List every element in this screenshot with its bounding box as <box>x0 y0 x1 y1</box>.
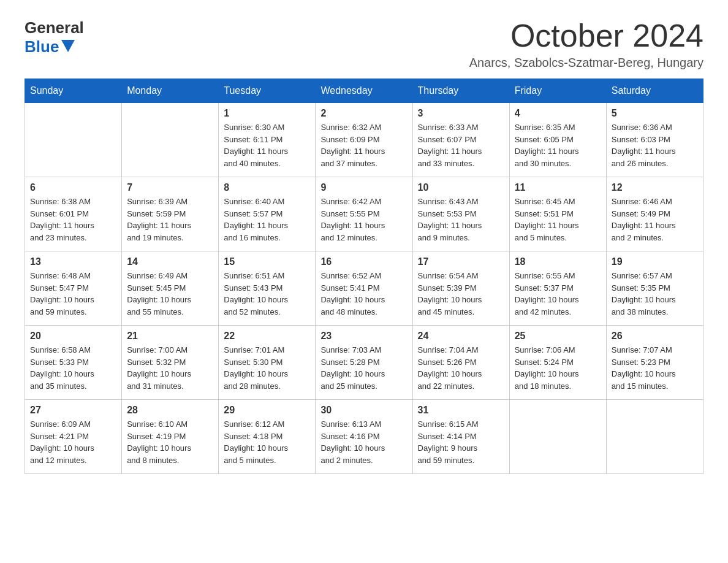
table-row: 2Sunrise: 6:32 AMSunset: 6:09 PMDaylight… <box>316 103 412 177</box>
day-number: 26 <box>612 331 698 342</box>
col-tuesday: Tuesday <box>219 79 316 103</box>
day-number: 25 <box>515 331 601 342</box>
logo: General Blue <box>25 18 84 56</box>
col-wednesday: Wednesday <box>316 79 412 103</box>
table-row <box>509 400 606 474</box>
day-info: Sunrise: 6:49 AMSunset: 5:45 PMDaylight:… <box>127 270 213 318</box>
day-number: 12 <box>612 182 698 193</box>
table-row: 29Sunrise: 6:12 AMSunset: 4:18 PMDayligh… <box>219 400 316 474</box>
table-row: 17Sunrise: 6:54 AMSunset: 5:39 PMDayligh… <box>412 251 509 326</box>
table-row: 7Sunrise: 6:39 AMSunset: 5:59 PMDaylight… <box>122 177 219 251</box>
day-info: Sunrise: 7:06 AMSunset: 5:24 PMDaylight:… <box>515 344 601 392</box>
location-subtitle: Anarcs, Szabolcs-Szatmar-Bereg, Hungary <box>469 56 703 70</box>
table-row: 14Sunrise: 6:49 AMSunset: 5:45 PMDayligh… <box>122 251 219 326</box>
table-row: 8Sunrise: 6:40 AMSunset: 5:57 PMDaylight… <box>219 177 316 251</box>
logo-general-text: General <box>25 18 84 37</box>
col-thursday: Thursday <box>412 79 509 103</box>
calendar-week-1: 1Sunrise: 6:30 AMSunset: 6:11 PMDaylight… <box>25 103 703 177</box>
day-number: 22 <box>224 331 310 342</box>
day-info: Sunrise: 6:46 AMSunset: 5:49 PMDaylight:… <box>612 196 698 243</box>
table-row: 9Sunrise: 6:42 AMSunset: 5:55 PMDaylight… <box>316 177 412 251</box>
col-monday: Monday <box>122 79 219 103</box>
day-number: 7 <box>127 182 213 193</box>
table-row: 30Sunrise: 6:13 AMSunset: 4:16 PMDayligh… <box>316 400 412 474</box>
calendar-header-row: Sunday Monday Tuesday Wednesday Thursday… <box>25 79 703 103</box>
day-number: 9 <box>320 182 407 193</box>
day-info: Sunrise: 6:57 AMSunset: 5:35 PMDaylight:… <box>612 270 698 318</box>
day-number: 17 <box>418 256 504 267</box>
day-info: Sunrise: 6:09 AMSunset: 4:21 PMDaylight:… <box>30 418 116 466</box>
day-number: 2 <box>320 108 407 119</box>
day-info: Sunrise: 7:01 AMSunset: 5:30 PMDaylight:… <box>224 344 310 392</box>
day-info: Sunrise: 6:43 AMSunset: 5:53 PMDaylight:… <box>418 196 504 243</box>
logo-blue-text: Blue <box>25 37 59 56</box>
col-sunday: Sunday <box>25 79 122 103</box>
day-info: Sunrise: 6:39 AMSunset: 5:59 PMDaylight:… <box>127 196 213 243</box>
page-header: General Blue October 2024 Anarcs, Szabol… <box>25 18 703 70</box>
day-number: 16 <box>320 256 407 267</box>
day-info: Sunrise: 6:51 AMSunset: 5:43 PMDaylight:… <box>224 270 310 318</box>
day-info: Sunrise: 6:52 AMSunset: 5:41 PMDaylight:… <box>320 270 407 318</box>
table-row: 6Sunrise: 6:38 AMSunset: 6:01 PMDaylight… <box>25 177 122 251</box>
day-number: 27 <box>30 405 116 416</box>
month-title: October 2024 <box>469 18 703 53</box>
day-info: Sunrise: 6:42 AMSunset: 5:55 PMDaylight:… <box>320 196 407 243</box>
day-number: 8 <box>224 182 310 193</box>
day-info: Sunrise: 6:30 AMSunset: 6:11 PMDaylight:… <box>224 121 310 169</box>
col-friday: Friday <box>509 79 606 103</box>
table-row: 3Sunrise: 6:33 AMSunset: 6:07 PMDaylight… <box>412 103 509 177</box>
table-row: 1Sunrise: 6:30 AMSunset: 6:11 PMDaylight… <box>219 103 316 177</box>
table-row <box>122 103 219 177</box>
day-number: 28 <box>127 405 213 416</box>
title-area: October 2024 Anarcs, Szabolcs-Szatmar-Be… <box>469 18 703 70</box>
day-info: Sunrise: 6:48 AMSunset: 5:47 PMDaylight:… <box>30 270 116 318</box>
table-row: 24Sunrise: 7:04 AMSunset: 5:26 PMDayligh… <box>412 326 509 400</box>
table-row: 12Sunrise: 6:46 AMSunset: 5:49 PMDayligh… <box>606 177 703 251</box>
day-info: Sunrise: 7:07 AMSunset: 5:23 PMDaylight:… <box>612 344 698 392</box>
day-info: Sunrise: 6:55 AMSunset: 5:37 PMDaylight:… <box>515 270 601 318</box>
day-info: Sunrise: 6:32 AMSunset: 6:09 PMDaylight:… <box>320 121 407 169</box>
table-row: 20Sunrise: 6:58 AMSunset: 5:33 PMDayligh… <box>25 326 122 400</box>
day-number: 10 <box>418 182 504 193</box>
table-row: 11Sunrise: 6:45 AMSunset: 5:51 PMDayligh… <box>509 177 606 251</box>
day-number: 30 <box>320 405 407 416</box>
day-info: Sunrise: 7:00 AMSunset: 5:32 PMDaylight:… <box>127 344 213 392</box>
calendar-week-2: 6Sunrise: 6:38 AMSunset: 6:01 PMDaylight… <box>25 177 703 251</box>
calendar-week-5: 27Sunrise: 6:09 AMSunset: 4:21 PMDayligh… <box>25 400 703 474</box>
table-row: 13Sunrise: 6:48 AMSunset: 5:47 PMDayligh… <box>25 251 122 326</box>
table-row: 15Sunrise: 6:51 AMSunset: 5:43 PMDayligh… <box>219 251 316 326</box>
day-number: 13 <box>30 256 116 267</box>
table-row: 23Sunrise: 7:03 AMSunset: 5:28 PMDayligh… <box>316 326 412 400</box>
calendar-week-4: 20Sunrise: 6:58 AMSunset: 5:33 PMDayligh… <box>25 326 703 400</box>
day-number: 3 <box>418 108 504 119</box>
day-number: 14 <box>127 256 213 267</box>
day-number: 21 <box>127 331 213 342</box>
day-info: Sunrise: 6:54 AMSunset: 5:39 PMDaylight:… <box>418 270 504 318</box>
calendar-table: Sunday Monday Tuesday Wednesday Thursday… <box>25 79 703 474</box>
day-info: Sunrise: 6:40 AMSunset: 5:57 PMDaylight:… <box>224 196 310 243</box>
table-row: 28Sunrise: 6:10 AMSunset: 4:19 PMDayligh… <box>122 400 219 474</box>
day-info: Sunrise: 6:15 AMSunset: 4:14 PMDaylight:… <box>418 418 504 466</box>
table-row: 21Sunrise: 7:00 AMSunset: 5:32 PMDayligh… <box>122 326 219 400</box>
day-info: Sunrise: 6:13 AMSunset: 4:16 PMDaylight:… <box>320 418 407 466</box>
day-info: Sunrise: 6:35 AMSunset: 6:05 PMDaylight:… <box>515 121 601 169</box>
table-row: 25Sunrise: 7:06 AMSunset: 5:24 PMDayligh… <box>509 326 606 400</box>
day-info: Sunrise: 6:38 AMSunset: 6:01 PMDaylight:… <box>30 196 116 243</box>
day-info: Sunrise: 6:10 AMSunset: 4:19 PMDaylight:… <box>127 418 213 466</box>
table-row <box>606 400 703 474</box>
day-info: Sunrise: 7:04 AMSunset: 5:26 PMDaylight:… <box>418 344 504 392</box>
day-number: 18 <box>515 256 601 267</box>
col-saturday: Saturday <box>606 79 703 103</box>
day-number: 23 <box>320 331 407 342</box>
table-row: 4Sunrise: 6:35 AMSunset: 6:05 PMDaylight… <box>509 103 606 177</box>
day-number: 29 <box>224 405 310 416</box>
table-row: 22Sunrise: 7:01 AMSunset: 5:30 PMDayligh… <box>219 326 316 400</box>
logo-triangle-icon <box>61 40 75 52</box>
day-number: 15 <box>224 256 310 267</box>
day-number: 19 <box>612 256 698 267</box>
day-number: 4 <box>515 108 601 119</box>
day-number: 5 <box>612 108 698 119</box>
table-row: 16Sunrise: 6:52 AMSunset: 5:41 PMDayligh… <box>316 251 412 326</box>
day-number: 6 <box>30 182 116 193</box>
svg-marker-0 <box>61 40 75 52</box>
